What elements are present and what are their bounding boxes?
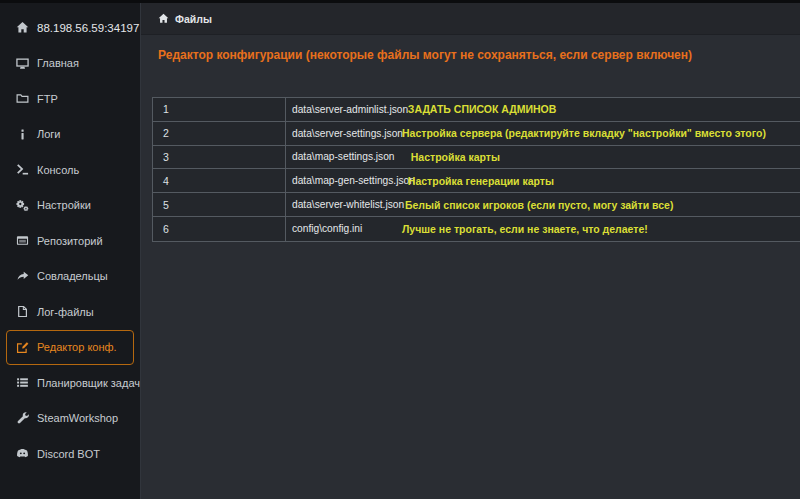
sidebar-item-label: Консоль (37, 164, 79, 176)
row-number-cell: 6 (153, 217, 286, 241)
sidebar-item-label: Репозиторий (37, 235, 103, 247)
row-filename-cell: data\map-gen-settings.json (286, 169, 402, 192)
gears-icon (15, 198, 29, 212)
table-row[interactable]: 6 config\config.ini Лучше не трогать, ес… (153, 217, 800, 241)
table-row[interactable]: 5 data\server-whitelist.json Белый списо… (153, 193, 800, 217)
sidebar-item-config-editor[interactable]: Редактор конф. (6, 330, 134, 366)
monitor-icon (15, 56, 29, 70)
sidebar-item-log-files[interactable]: Лог-файлы (6, 294, 134, 330)
row-number-cell: 2 (153, 122, 286, 145)
table-row[interactable]: 1 data\server-adminlist.json ЗАДАТЬ СПИС… (153, 98, 800, 122)
row-filename-cell: data\server-whitelist.json (286, 193, 402, 216)
sidebar-item-label: 88.198.56.59:34197 (37, 22, 139, 34)
row-description-cell: ЗАДАТЬ СПИСОК АДМИНОВ (402, 98, 800, 121)
row-filename-cell: data\map-settings.json (286, 146, 402, 169)
wrench-icon (15, 411, 29, 425)
row-description-cell: Настройка сервера (редактируйте вкладку … (402, 122, 800, 145)
row-description-cell: Лучше не трогать, если не знаете, что де… (402, 217, 800, 241)
sidebar-item-label: Логи (37, 128, 61, 140)
sidebar-item-discord-bot[interactable]: Discord BOT (6, 436, 134, 472)
app: 88.198.56.59:34197 Главная FTP Логи Конс… (0, 0, 800, 499)
home-icon (15, 21, 29, 35)
sidebar-item-main[interactable]: Главная (6, 46, 134, 82)
content: Редактор конфигурации (некоторые файлы м… (141, 35, 800, 499)
breadcrumb-bar: Файлы (141, 3, 800, 35)
row-number-cell: 5 (153, 193, 286, 216)
row-filename-cell: data\server-adminlist.json (286, 98, 402, 121)
sidebar-item-label: Редактор конф. (37, 341, 117, 353)
sidebar-item-settings[interactable]: Настройки (6, 188, 134, 224)
sidebar-item-label: SteamWorkshop (37, 412, 118, 424)
sidebar: 88.198.56.59:34197 Главная FTP Логи Конс… (0, 3, 141, 499)
edit-icon (15, 340, 29, 354)
share-icon (15, 269, 29, 283)
table-row[interactable]: 3 data\map-settings.json Настройка карты (153, 146, 800, 170)
folder-icon (15, 92, 29, 106)
info-icon (15, 127, 29, 141)
row-filename-cell: data\server-settings.json (286, 122, 402, 145)
window-icon (15, 234, 29, 248)
sidebar-item-label: Планировщик задач (37, 377, 140, 389)
sidebar-item-co-owners[interactable]: Совладельцы (6, 259, 134, 295)
table-row[interactable]: 4 data\map-gen-settings.json Настройка г… (153, 169, 800, 193)
main-area: Файлы Редактор конфигурации (некоторые ф… (141, 3, 800, 499)
home-icon (158, 13, 170, 25)
list-icon (15, 376, 29, 390)
sidebar-item-label: Настройки (37, 199, 91, 211)
row-description-cell: Настройка карты (402, 146, 800, 169)
files-table: 1 data\server-adminlist.json ЗАДАТЬ СПИС… (152, 97, 800, 242)
sidebar-item-logs[interactable]: Логи (6, 117, 134, 153)
row-description-cell: Настройка генерации карты (402, 169, 800, 192)
layout: 88.198.56.59:34197 Главная FTP Логи Конс… (0, 3, 800, 499)
row-filename-cell: config\config.ini (286, 217, 402, 241)
row-number-cell: 3 (153, 146, 286, 169)
row-number-cell: 1 (153, 98, 286, 121)
file-icon (15, 305, 29, 319)
table-row[interactable]: 2 data\server-settings.json Настройка се… (153, 122, 800, 146)
sidebar-item-label: Главная (37, 57, 79, 69)
sidebar-item-task-scheduler[interactable]: Планировщик задач (6, 365, 134, 401)
sidebar-item-steam-workshop[interactable]: SteamWorkshop (6, 401, 134, 437)
page-title: Редактор конфигурации (некоторые файлы м… (158, 48, 800, 62)
breadcrumb[interactable]: Файлы (175, 13, 212, 25)
row-description-cell: Белый список игроков (если пусто, могу з… (402, 193, 800, 216)
sidebar-item-label: Discord BOT (37, 448, 100, 460)
discord-icon (15, 447, 29, 461)
terminal-icon (15, 163, 29, 177)
sidebar-item-server-address[interactable]: 88.198.56.59:34197 (6, 10, 134, 46)
row-number-cell: 4 (153, 169, 286, 192)
sidebar-item-label: Совладельцы (37, 270, 108, 282)
sidebar-item-ftp[interactable]: FTP (6, 81, 134, 117)
sidebar-item-label: Лог-файлы (37, 306, 94, 318)
sidebar-item-console[interactable]: Консоль (6, 152, 134, 188)
sidebar-item-repository[interactable]: Репозиторий (6, 223, 134, 259)
sidebar-item-label: FTP (37, 93, 58, 105)
